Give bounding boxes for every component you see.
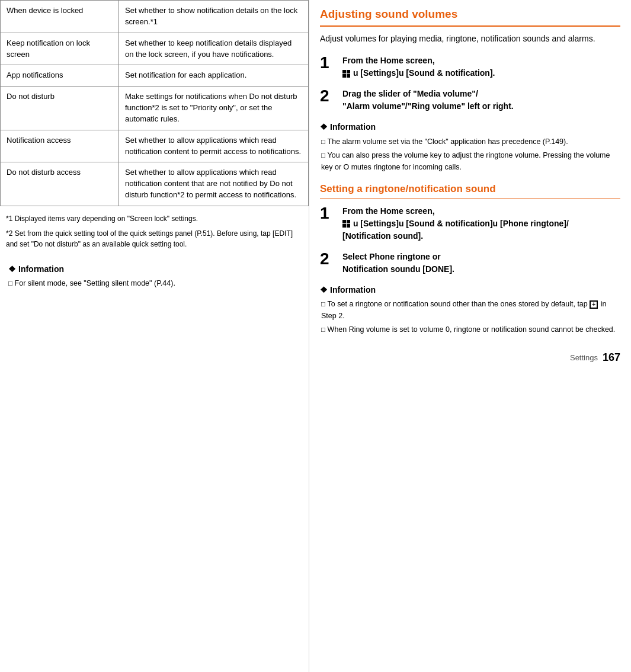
intro-text: Adjust volumes for playing media, ringto… [320,33,620,46]
footer-label: Settings [570,352,598,364]
row-label: When device is locked [1,1,119,33]
info-block-2: ❖ Information To set a ringtone or notif… [320,284,620,336]
step4-row: 2 Select Phone ringtone orNotification s… [320,251,620,276]
left-info-list: For silent mode, see "Setting silent mod… [8,278,303,289]
row-desc: Set whether to keep notification details… [119,33,309,65]
table-row: Keep notification on lock screen Set whe… [1,33,309,65]
left-panel: When device is locked Set whether to sho… [0,0,309,672]
left-info-title: ❖ Information [8,263,303,276]
table-row: Do not disturb access Set whether to all… [1,162,309,206]
page-footer: Settings 167 [320,344,620,368]
step1-number: 1 [320,55,337,71]
info-block-1: ❖ Information The alarm volume set via t… [320,121,620,173]
right-panel: Adjusting sound volumes Adjust volumes f… [309,0,631,672]
info1-item-0: The alarm volume set via the "Clock" app… [321,136,620,148]
diamond-icon: ❖ [8,263,16,276]
step1-text: From the Home screen, u [Settings]u [Sou… [342,55,495,79]
footnote-2: *2 Set from the quick setting tool of th… [6,228,303,250]
table-row: Notification access Set whether to allow… [1,130,309,162]
page-number: 167 [603,350,620,366]
table-row: When device is locked Set whether to sho… [1,1,309,33]
left-info-block: ❖ Information For silent mode, see "Sett… [0,258,309,295]
table-row: Do not disturb Make settings for notific… [1,87,309,130]
footnote-1: *1 Displayed items vary depending on "Sc… [6,213,303,225]
section2-title: Setting a ringtone/notification sound [320,181,620,199]
step4-text: Select Phone ringtone orNotification sou… [342,251,454,276]
step3-text: From the Home screen, u [Settings]u [Sou… [342,205,569,242]
section1-title: Adjusting sound volumes [320,6,620,27]
row-desc: Set notification for each application. [119,65,309,87]
row-desc: Set whether to allow applications which … [119,130,309,162]
info2-item-0: To set a ringtone or notification sound … [321,299,620,322]
step1-row: 1 From the Home screen, u [Settings]u [S… [320,55,620,79]
row-label: Notification access [1,130,119,162]
footnotes: *1 Displayed items vary depending on "Sc… [0,206,309,258]
step4-number: 2 [320,251,337,267]
info2-title: ❖ Information [320,284,620,297]
row-desc: Set whether to show notification details… [119,1,309,33]
row-label: Keep notification on lock screen [1,33,119,65]
step2-row: 2 Drag the slider of "Media volume"/"Ala… [320,88,620,113]
info2-list: To set a ringtone or notification sound … [320,299,620,335]
info1-title: ❖ Information [320,121,620,134]
row-desc: Make settings for notifications when Do … [119,87,309,130]
step3-number: 1 [320,205,337,222]
settings-table: When device is locked Set whether to sho… [0,0,309,206]
row-label: App notifications [1,65,119,87]
row-label: Do not disturb [1,87,119,130]
step3-row: 1 From the Home screen, u [Settings]u [S… [320,205,620,242]
diamond-icon-2: ❖ [320,121,328,134]
left-info-item: For silent mode, see "Setting silent mod… [8,278,303,289]
row-desc: Set whether to allow applications which … [119,162,309,206]
step2-number: 2 [320,88,337,104]
step2-text: Drag the slider of "Media volume"/"Alarm… [342,88,514,113]
row-label: Do not disturb access [1,162,119,206]
info2-item-1: When Ring volume is set to volume 0, rin… [321,324,620,335]
grid-icon-1 [342,68,353,78]
table-row: App notifications Set notification for e… [1,65,309,87]
grid-icon-2 [342,219,353,228]
add-icon: + [590,300,598,309]
diamond-icon-3: ❖ [320,284,328,297]
info1-list: The alarm volume set via the "Clock" app… [320,136,620,173]
info1-item-1: You can also press the volume key to adj… [321,150,620,173]
